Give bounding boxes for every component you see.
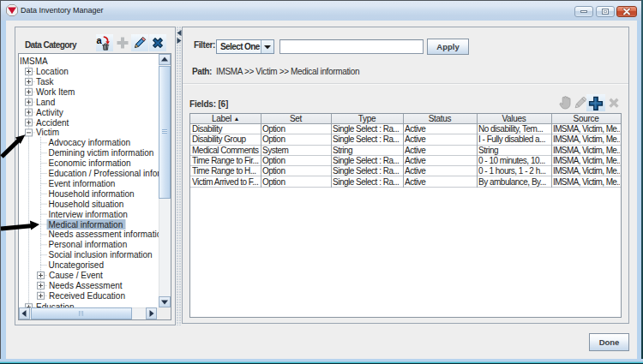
svg-text:Location: Location [36,67,69,76]
svg-text:IMSMA: IMSMA [20,57,48,66]
svg-text:Needs Assessment: Needs Assessment [49,281,123,290]
svg-text:Medical information: Medical information [49,220,123,230]
svg-text:Received Education: Received Education [49,291,125,301]
svg-text:Needs assessment information: Needs assessment information [49,230,159,239]
svg-text:Land: Land [36,98,55,107]
svg-text:Work Item: Work Item [36,87,75,97]
svg-text:Personal information: Personal information [49,240,128,249]
svg-text:Cause / Event: Cause / Event [49,271,103,280]
svg-text:Interview information: Interview information [49,210,128,219]
svg-text:Household situation: Household situation [49,200,124,209]
svg-text:Economic information: Economic information [49,158,131,168]
svg-text:Event information: Event information [49,179,116,188]
svg-text:Education / Professional infor: Education / Professional information [49,169,159,178]
svg-text:a: a [97,35,103,45]
svg-text:Social inclusion information: Social inclusion information [49,250,153,260]
svg-text:Advocacy information: Advocacy information [49,138,131,147]
svg-text:Activity: Activity [36,108,63,117]
svg-text:Accident: Accident [36,118,69,128]
svg-text:Uncategorised: Uncategorised [49,260,104,270]
svg-text:Household information: Household information [49,189,135,199]
svg-text:Task: Task [36,77,55,87]
svg-text:Demining victim information: Demining victim information [49,148,154,158]
svg-text:Victim: Victim [36,128,59,137]
